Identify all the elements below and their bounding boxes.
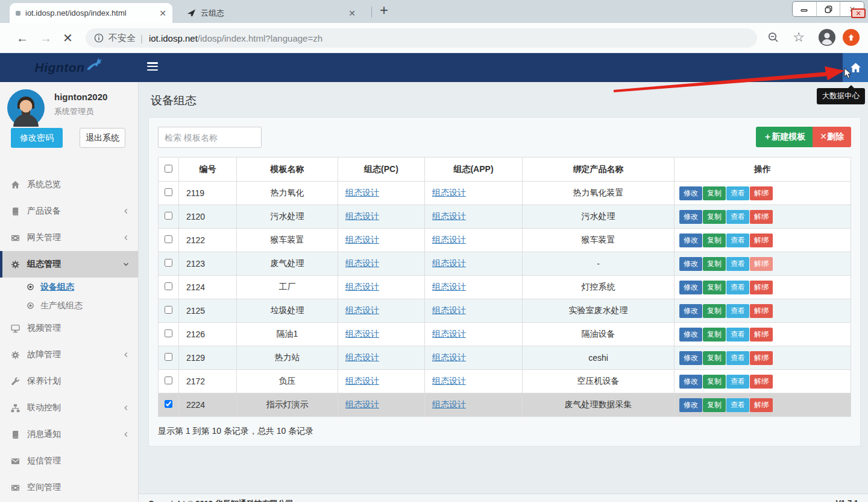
pc-design-link[interactable]: 组态设计 <box>345 399 379 409</box>
sidebar-item[interactable]: 视频管理 <box>0 315 138 342</box>
copy-button[interactable]: 复制 <box>703 210 726 224</box>
row-checkbox[interactable] <box>165 212 172 220</box>
sidebar-item[interactable]: 系统总览 <box>0 171 138 198</box>
row-checkbox[interactable] <box>165 376 172 384</box>
sidebar-toggle-button[interactable] <box>147 62 158 72</box>
browser-profile-avatar[interactable] <box>819 29 835 46</box>
view-button[interactable]: 查看 <box>726 186 749 200</box>
view-button[interactable]: 查看 <box>726 351 749 365</box>
copy-button[interactable]: 复制 <box>703 257 726 271</box>
pc-design-link[interactable]: 组态设计 <box>345 188 379 197</box>
change-password-button[interactable]: 修改密码 <box>11 128 63 148</box>
delete-button[interactable]: ✕删除 <box>813 127 851 147</box>
view-button[interactable]: 查看 <box>726 257 749 271</box>
row-checkbox[interactable] <box>165 329 172 337</box>
copy-button[interactable]: 复制 <box>703 351 726 365</box>
unbind-button[interactable]: 解绑 <box>750 281 773 294</box>
view-button[interactable]: 查看 <box>726 281 749 294</box>
security-label[interactable]: 不安全 <box>108 33 136 44</box>
unbind-button[interactable]: 解绑 <box>750 351 773 365</box>
edit-button[interactable]: 修改 <box>679 281 702 294</box>
sidebar-item[interactable]: 空间管理 <box>0 474 138 501</box>
copy-button[interactable]: 复制 <box>703 375 726 389</box>
stop-loading-icon[interactable]: ✕ <box>63 31 73 45</box>
sidebar-item[interactable]: 短信管理 <box>0 448 138 474</box>
close-button[interactable]: ✕ ✕ <box>840 2 864 16</box>
back-icon[interactable]: ← <box>16 31 28 45</box>
bookmark-star-icon[interactable]: ☆ <box>793 30 805 45</box>
sidebar-item[interactable]: 保养计划 <box>0 368 138 395</box>
copy-button[interactable]: 复制 <box>703 281 726 294</box>
pc-design-link[interactable]: 组态设计 <box>345 329 379 338</box>
pc-design-link[interactable]: 组态设计 <box>345 235 379 244</box>
view-button[interactable]: 查看 <box>726 328 749 342</box>
sidebar-item[interactable]: 产品设备 <box>0 198 138 224</box>
sidebar-subitem[interactable]: 生产线组态 <box>0 296 138 315</box>
pc-design-link[interactable]: 组态设计 <box>345 376 379 386</box>
edit-button[interactable]: 修改 <box>679 328 702 342</box>
app-design-link[interactable]: 组态设计 <box>432 282 466 291</box>
browser-tab-current[interactable]: iot.idosp.net/idosp/index.html ✕ <box>10 3 172 23</box>
app-design-link[interactable]: 组态设计 <box>432 399 466 409</box>
sidebar-item[interactable]: 联动控制 <box>0 395 138 421</box>
copy-button[interactable]: 复制 <box>703 304 726 318</box>
unbind-button[interactable]: 解绑 <box>750 304 773 318</box>
unbind-button[interactable]: 解绑 <box>750 186 773 200</box>
sidebar-item[interactable]: 消息通知 <box>0 421 138 448</box>
search-input[interactable] <box>158 127 262 148</box>
edit-button[interactable]: 修改 <box>679 234 702 247</box>
browser-update-icon[interactable] <box>843 29 860 46</box>
unbind-button[interactable]: 解绑 <box>750 398 773 412</box>
app-design-link[interactable]: 组态设计 <box>432 352 466 362</box>
copy-button[interactable]: 复制 <box>703 398 726 412</box>
unbind-button[interactable]: 解绑 <box>750 234 773 247</box>
row-checkbox[interactable] <box>165 400 172 408</box>
edit-button[interactable]: 修改 <box>679 186 702 200</box>
edit-button[interactable]: 修改 <box>679 257 702 271</box>
unbind-button[interactable]: 解绑 <box>750 375 773 389</box>
view-button[interactable]: 查看 <box>726 398 749 412</box>
app-design-link[interactable]: 组态设计 <box>432 305 466 315</box>
unbind-button[interactable]: 解绑 <box>750 328 773 342</box>
edit-button[interactable]: 修改 <box>679 304 702 318</box>
row-checkbox[interactable] <box>165 188 172 196</box>
sidebar-item[interactable]: 网关管理 <box>0 224 138 251</box>
view-button[interactable]: 查看 <box>726 234 749 247</box>
restore-button[interactable] <box>816 2 840 16</box>
row-checkbox[interactable] <box>165 353 172 361</box>
unbind-button[interactable]: 解绑 <box>750 257 773 271</box>
pc-design-link[interactable]: 组态设计 <box>345 352 379 362</box>
zoom-out-icon[interactable] <box>767 31 779 43</box>
edit-button[interactable]: 修改 <box>679 398 702 412</box>
copy-button[interactable]: 复制 <box>703 328 726 342</box>
forward-icon[interactable]: → <box>40 31 52 45</box>
copy-button[interactable]: 复制 <box>703 234 726 247</box>
row-checkbox[interactable] <box>165 235 172 243</box>
app-design-link[interactable]: 组态设计 <box>432 329 466 338</box>
app-design-link[interactable]: 组态设计 <box>432 235 466 244</box>
url-field[interactable]: 不安全 | iot.idosp.net/idosp/index.html?lan… <box>86 28 757 48</box>
app-design-link[interactable]: 组态设计 <box>432 188 466 197</box>
minimize-button[interactable] <box>793 2 816 16</box>
tab-close-icon[interactable]: ✕ <box>159 8 166 18</box>
edit-button[interactable]: 修改 <box>679 375 702 389</box>
sidebar-subitem[interactable]: 设备组态 <box>0 278 138 296</box>
view-button[interactable]: 查看 <box>726 304 749 318</box>
view-button[interactable]: 查看 <box>726 375 749 389</box>
sidebar-item[interactable]: 故障管理 <box>0 342 138 368</box>
new-tab-button[interactable]: + <box>380 2 388 19</box>
app-design-link[interactable]: 组态设计 <box>432 376 466 386</box>
pc-design-link[interactable]: 组态设计 <box>345 211 379 221</box>
app-design-link[interactable]: 组态设计 <box>432 258 466 268</box>
logout-button[interactable]: 退出系统 <box>80 128 125 148</box>
row-checkbox[interactable] <box>165 259 172 267</box>
edit-button[interactable]: 修改 <box>679 351 702 365</box>
unbind-button[interactable]: 解绑 <box>750 210 773 224</box>
pc-design-link[interactable]: 组态设计 <box>345 305 379 315</box>
row-checkbox[interactable] <box>165 282 172 290</box>
pc-design-link[interactable]: 组态设计 <box>345 258 379 268</box>
big-data-center-button[interactable] <box>843 53 868 82</box>
pc-design-link[interactable]: 组态设计 <box>345 282 379 291</box>
app-design-link[interactable]: 组态设计 <box>432 211 466 221</box>
copy-button[interactable]: 复制 <box>703 186 726 200</box>
